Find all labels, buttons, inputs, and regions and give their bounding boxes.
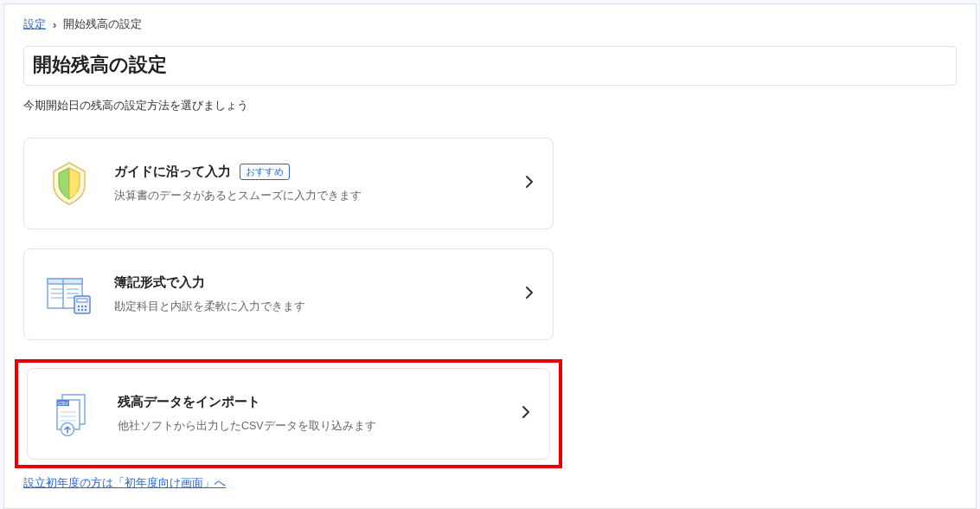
option-cards: ガイドに沿って入力 おすすめ 決算書のデータがあるとスムーズに入力できます xyxy=(23,138,554,468)
breadcrumb-root-link[interactable]: 設定 xyxy=(23,16,46,32)
card-title: ガイドに沿って入力 xyxy=(114,164,231,180)
svg-rect-6 xyxy=(63,279,82,284)
svg-rect-11 xyxy=(77,299,87,302)
chevron-right-icon xyxy=(522,405,530,422)
leaf-badge-icon xyxy=(43,158,95,209)
card-bookkeeping-input[interactable]: 簿記形式で入力 勘定科目と内訳を柔軟に入力できます xyxy=(23,248,554,340)
card-description: 他社ソフトから出力したCSVデータを取り込みます xyxy=(118,419,503,434)
breadcrumb: 設定 › 開始残高の設定 xyxy=(23,16,957,32)
import-file-icon: CSV xyxy=(47,388,99,440)
card-title: 残高データをインポート xyxy=(118,394,260,410)
svg-point-17 xyxy=(85,309,86,311)
chevron-right-icon: › xyxy=(53,18,56,31)
card-import-data[interactable]: CSV 残高データをインポート 他社ソフトから出力したCSVデータを取り込みます xyxy=(27,368,550,460)
svg-point-13 xyxy=(81,306,83,307)
breadcrumb-current: 開始残高の設定 xyxy=(63,16,142,32)
page-title: 開始残高の設定 xyxy=(33,52,947,78)
svg-point-16 xyxy=(81,309,83,311)
chevron-right-icon xyxy=(525,175,534,192)
card-guided-input[interactable]: ガイドに沿って入力 おすすめ 決算書のデータがあるとスムーズに入力できます xyxy=(23,138,554,229)
first-year-link[interactable]: 設立初年度の方は「初年度向け画面」へ xyxy=(23,476,226,489)
recommended-badge: おすすめ xyxy=(240,164,290,180)
svg-point-14 xyxy=(85,306,86,307)
chevron-right-icon xyxy=(525,286,534,303)
svg-text:CSV: CSV xyxy=(58,401,68,406)
card-title: 簿記形式で入力 xyxy=(114,274,205,291)
card-description: 勘定科目と内訳を柔軟に入力できます xyxy=(114,300,506,314)
page-subtitle: 今期開始日の残高の設定方法を選びましょう xyxy=(23,98,957,113)
svg-point-12 xyxy=(78,306,80,307)
ledger-icon xyxy=(43,268,95,320)
card-description: 決算書のデータがあるとスムーズに入力できます xyxy=(114,189,506,203)
svg-point-15 xyxy=(78,309,80,311)
highlight-frame: CSV 残高データをインポート 他社ソフトから出力したCSVデータを取り込みます xyxy=(15,359,562,468)
page-title-container: 開始残高の設定 xyxy=(23,46,957,86)
